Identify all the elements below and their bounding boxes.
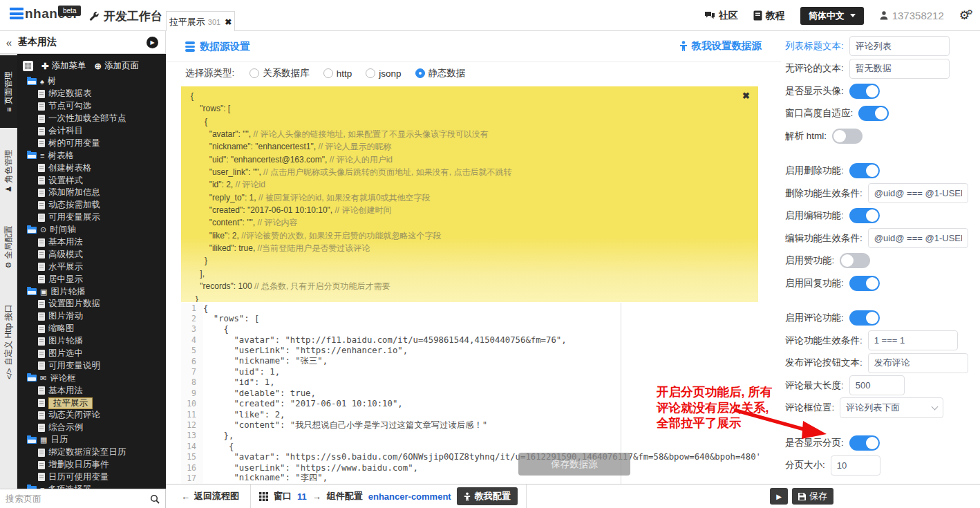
tree-page[interactable]: 会计科目 — [17, 125, 166, 138]
user-icon — [879, 10, 889, 21]
tutorial-link[interactable]: 教程 — [753, 10, 785, 22]
open-page-tab[interactable]: 拉平展示 301 ✖ — [166, 11, 235, 32]
tree-page[interactable]: 动态按需加载 — [17, 199, 166, 211]
enable-reply-toggle[interactable] — [849, 276, 880, 291]
tree-page[interactable]: 节点可勾选 — [17, 100, 166, 113]
tree-page[interactable]: 基本用法 — [17, 236, 166, 249]
tree-folder[interactable]: ≡树表格 — [17, 149, 166, 162]
left-module-tabs: ≡页面管理♟角色管理⚙全局配置</>自定义 Http 接口 — [0, 54, 17, 489]
page-icon — [38, 411, 45, 420]
search-icon[interactable] — [150, 494, 160, 504]
tree-page[interactable]: 添加附加信息 — [17, 187, 166, 199]
tree-item-label: 图片轮播 — [48, 335, 83, 347]
tree-page[interactable]: 可用变量展示 — [17, 211, 166, 224]
run-page-icon[interactable]: ▶ — [147, 37, 158, 48]
max-length-input[interactable] — [849, 375, 905, 395]
code-line: 17 "nickname": "李四", — [181, 473, 781, 483]
source-type-radio-关系数据库[interactable]: 关系数据库 — [249, 67, 310, 79]
enable-like-toggle[interactable] — [840, 253, 870, 268]
tree-page[interactable]: 图片轮播 — [17, 335, 166, 348]
tree-folder[interactable]: ⊙时间轴 — [17, 224, 166, 236]
enable-comment-toggle[interactable] — [849, 310, 880, 326]
save-datasource-button[interactable]: 保存数据源 — [518, 453, 630, 476]
comment-position-select[interactable]: 评论列表下面 — [840, 397, 943, 418]
tree-page[interactable]: 动态关闭评论 — [17, 409, 166, 422]
teach-datasource-link[interactable]: 教我设置数据源 — [679, 39, 762, 53]
tree-page[interactable]: 绑定数据渲染至日历 — [17, 446, 166, 459]
auto-height-toggle[interactable] — [858, 106, 889, 121]
tree-folder[interactable]: ♠树 — [17, 75, 166, 88]
source-type-radio-静态数据[interactable]: 静态数据 — [415, 67, 466, 79]
community-link[interactable]: 社区 — [704, 10, 738, 22]
page-size-input[interactable] — [831, 455, 880, 476]
parse-html-toggle[interactable] — [832, 129, 863, 144]
workbench-title: 开发工作台 — [88, 8, 162, 24]
hint-line: } — [191, 293, 748, 303]
tree-page[interactable]: 设置样式 — [17, 174, 166, 187]
hint-line: "rows": [ — [191, 102, 748, 115]
source-type-radio-http[interactable]: http — [323, 67, 352, 79]
tree-page[interactable]: 高级模式 — [17, 248, 166, 261]
add-page-button[interactable]: ⊕添加页面 — [94, 60, 138, 72]
tab-close-icon[interactable]: ✖ — [225, 17, 232, 27]
list-title-input[interactable] — [849, 36, 950, 56]
collapse-sidebar-icon[interactable]: « — [0, 37, 18, 48]
enable-edit-toggle[interactable] — [849, 208, 880, 223]
teach-config-button[interactable]: 教我配置 — [457, 487, 518, 505]
floppy-icon — [798, 493, 806, 500]
tree-page-selected[interactable]: 拉平展示 — [17, 397, 166, 409]
tree-folder[interactable]: ▦日历 — [17, 434, 166, 446]
tree-page[interactable]: 图片选中 — [17, 348, 166, 360]
search-input[interactable] — [6, 493, 150, 504]
close-icon[interactable]: ✖ — [742, 91, 750, 101]
user-account[interactable]: 137358212 — [879, 10, 944, 21]
tree-page[interactable]: 综合示例 — [17, 422, 166, 434]
hint-line: { — [191, 115, 748, 128]
module-tab-4[interactable]: </>自定义 Http 接口 — [0, 290, 17, 393]
enable-delete-toggle[interactable] — [849, 163, 880, 178]
tree-item-label: 图片轮播 — [50, 286, 85, 298]
run-button[interactable]: ▶ — [770, 488, 788, 505]
empty-text-input[interactable] — [849, 59, 950, 79]
window-number[interactable]: 11 — [297, 491, 307, 502]
tree-page[interactable]: 可用变量说明 — [17, 359, 166, 372]
settings-gears-icon[interactable]: ⚙⚙ — [959, 8, 970, 23]
publish-button-text-input[interactable] — [868, 353, 968, 373]
tree-page[interactable]: 基本用法 — [17, 384, 166, 397]
source-type-radio-jsonp[interactable]: jsonp — [366, 67, 401, 79]
tree-page[interactable]: 水平展示 — [17, 261, 166, 273]
component-name[interactable]: enhancer-comment — [368, 491, 451, 502]
show-avatar-toggle[interactable] — [849, 84, 880, 99]
tree-page[interactable]: 设置图片数据 — [17, 298, 166, 310]
module-tab-2[interactable]: ♟角色管理 — [0, 138, 17, 204]
tree-page[interactable]: 一次性加载全部节点 — [17, 113, 166, 125]
page-icon — [38, 300, 45, 308]
tree-item-label: 评论框 — [50, 373, 76, 384]
edit-condition-input[interactable] — [868, 228, 968, 248]
back-to-flow-button[interactable]: ← 返回流程图 — [166, 490, 250, 502]
language-selector[interactable]: 简体中文 — [800, 7, 864, 25]
add-menu-button[interactable]: ✚添加菜单 — [41, 60, 86, 72]
tree-page[interactable]: 绑定数据表 — [17, 88, 166, 100]
grid-icon[interactable] — [23, 61, 33, 71]
tree-page[interactable]: 缩略图 — [17, 323, 166, 335]
tree-page[interactable]: 日历可使用变量 — [17, 471, 166, 484]
tree-page[interactable]: 创建树表格 — [17, 162, 166, 174]
tree-folder[interactable]: ▣图片轮播 — [17, 285, 166, 298]
delete-condition-input[interactable] — [868, 183, 968, 203]
tree-page[interactable]: 增删改日历事件 — [17, 459, 166, 471]
code-line: 7 "uid": 1, — [181, 366, 781, 377]
radio-icon — [415, 68, 425, 78]
tree-page[interactable]: 图片滑动 — [17, 310, 166, 323]
tree-page[interactable]: 树的可用变量 — [17, 137, 166, 149]
module-tab-1[interactable]: ≡页面管理 — [0, 55, 17, 128]
tree-folder[interactable]: ≡多项选择器 — [17, 483, 166, 489]
tree-page[interactable]: 居中显示 — [17, 273, 166, 285]
module-tab-3[interactable]: ⚙全局配置 — [0, 214, 17, 280]
hint-line: "content": "", // 评论内容 — [191, 216, 748, 229]
hint-line: "avatar": "", // 评论人头像的链接地址, 如果配置了不显示头像该… — [191, 128, 748, 140]
show-pagination-toggle[interactable] — [849, 435, 880, 451]
save-button[interactable]: 保存 — [792, 488, 833, 505]
tree-folder[interactable]: ✉评论框 — [17, 372, 166, 384]
comment-condition-input[interactable] — [868, 330, 958, 350]
